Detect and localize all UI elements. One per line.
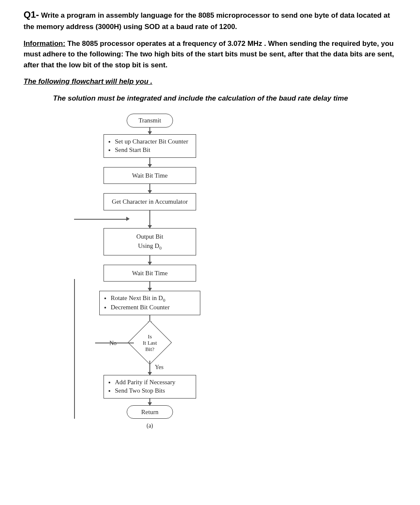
flow-step-wait1: Wait Bit Time: [104, 167, 196, 184]
flow-arrow: [149, 361, 150, 375]
flow-decision: Is It Last Bit? No Yes: [104, 324, 196, 361]
flow-step-output-a: Output Bit: [136, 233, 163, 240]
question-block: Q1- Write a program in assembly language…: [24, 8, 396, 32]
flow-arrow: [149, 399, 150, 405]
flow-step-setup: Set up Character Bit Counter Send Start …: [104, 134, 196, 158]
flow-arrow: [149, 255, 150, 265]
flow-step-rotate-a: Rotate Next Bit in D0: [111, 294, 197, 303]
information-label: Information:: [24, 40, 65, 48]
flow-yes-label: Yes: [155, 363, 163, 372]
helper-note: The solution must be integrated and incl…: [53, 93, 396, 104]
flow-step-getchar: Get Character in Accumulator: [104, 193, 196, 210]
flowchart: Transmit Set up Character Bit Counter Se…: [82, 114, 217, 430]
information-block: Information: The 8085 processor operates…: [24, 38, 396, 71]
flow-step-rotate-b: Decrement Bit Counter: [111, 303, 197, 312]
flow-step-setup-a: Set up Character Bit Counter: [115, 138, 192, 146]
flow-arrow: [149, 210, 150, 228]
flow-loop-entry: [74, 219, 129, 220]
flow-step-rotate: Rotate Next Bit in D0 Decrement Bit Coun…: [99, 291, 200, 315]
question-label: Q1-: [24, 9, 39, 20]
flow-step-output-b: Using D: [138, 242, 159, 249]
flow-step-wait2: Wait Bit Time: [104, 265, 196, 282]
helper-intro: The following flowchart will help you .: [24, 76, 396, 87]
flow-step-parity-b: Send Two Stop Bits: [115, 387, 192, 395]
flow-no-line-h: [95, 343, 134, 343]
flow-loop-entry-arrow: [126, 217, 130, 221]
flow-step-setup-b: Send Start Bit: [115, 146, 192, 154]
flow-arrow: [149, 282, 150, 291]
flow-caption: (a): [82, 421, 217, 430]
flow-arrow: [149, 158, 150, 167]
flow-step-output: Output Bit Using D0: [104, 228, 196, 255]
flow-arrow: [149, 184, 150, 193]
flow-step-output-sub: 0: [159, 245, 162, 250]
flow-loop-vertical: [74, 279, 75, 419]
flow-start: Transmit: [127, 114, 173, 128]
flow-arrow: [149, 128, 150, 134]
flow-step-parity: Add Parity if Necessary Send Two Stop Bi…: [104, 375, 196, 399]
flow-end: Return: [127, 405, 173, 419]
question-text: Write a program in assembly language for…: [24, 11, 390, 31]
flow-step-parity-a: Add Parity if Necessary: [115, 378, 192, 387]
information-text: The 8085 processor operates at a frequen…: [24, 40, 394, 69]
